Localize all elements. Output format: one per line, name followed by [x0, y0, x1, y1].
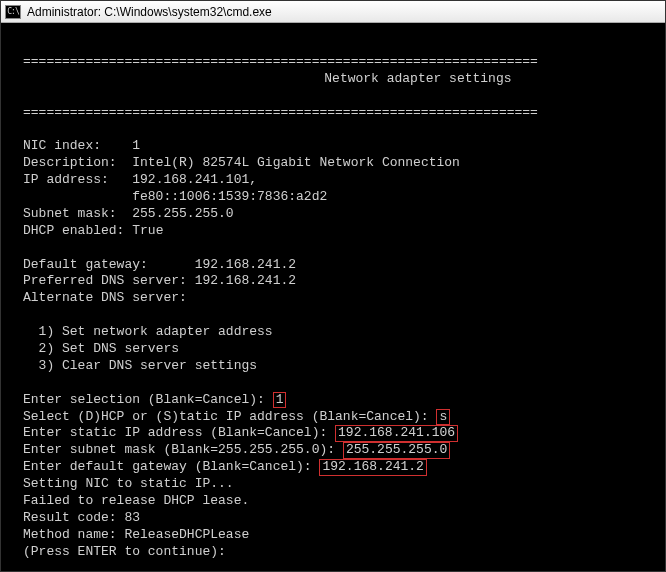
section-title: Network adapter settings [23, 71, 649, 88]
nic-ip2: fe80::1006:1539:7836:a2d2 [23, 189, 327, 204]
result-failed: Failed to release DHCP lease. [23, 493, 249, 508]
prompt-gateway: Enter default gateway (Blank=Cancel): 19… [23, 459, 427, 474]
result-method: Method name: ReleaseDHCPLease [23, 527, 249, 542]
terminal-output[interactable]: ========================================… [1, 23, 665, 571]
menu-item-2: 2) Set DNS servers [23, 341, 179, 356]
prompt-static-ip: Enter static IP address (Blank=Cancel): … [23, 425, 458, 440]
divider-bottom: ========================================… [23, 105, 538, 120]
divider-top: ========================================… [23, 54, 538, 69]
window-title: Administrator: C:\Windows\system32\cmd.e… [27, 5, 272, 19]
menu-item-3: 3) Clear DNS server settings [23, 358, 257, 373]
nic-dhcp: DHCP enabled: True [23, 223, 163, 238]
nic-ip: IP address: 192.168.241.101, [23, 172, 257, 187]
nic-subnet: Subnet mask: 255.255.255.0 [23, 206, 234, 221]
dhcp-static-value: s [436, 409, 450, 425]
prompt-subnet: Enter subnet mask (Blank=255.255.255.0):… [23, 442, 450, 457]
nic-pref-dns: Preferred DNS server: 192.168.241.2 [23, 273, 296, 288]
nic-description: Description: Intel(R) 82574L Gigabit Net… [23, 155, 460, 170]
nic-index: NIC index: 1 [23, 138, 140, 153]
cmd-icon: C:\ [5, 5, 21, 19]
gateway-value: 192.168.241.2 [319, 459, 426, 475]
result-continue: (Press ENTER to continue): [23, 544, 226, 559]
result-code: Result code: 83 [23, 510, 140, 525]
nic-gateway: Default gateway: 192.168.241.2 [23, 257, 296, 272]
cmd-window: C:\ Administrator: C:\Windows\system32\c… [0, 0, 666, 572]
selection-value: 1 [273, 392, 287, 408]
menu-item-1: 1) Set network adapter address [23, 324, 273, 339]
prompt-selection: Enter selection (Blank=Cancel): 1 [23, 392, 286, 407]
nic-alt-dns: Alternate DNS server: [23, 290, 187, 305]
titlebar[interactable]: C:\ Administrator: C:\Windows\system32\c… [1, 1, 665, 23]
result-setting: Setting NIC to static IP... [23, 476, 234, 491]
static-ip-value: 192.168.241.106 [335, 425, 458, 441]
prompt-dhcp-static: Select (D)HCP or (S)tatic IP address (Bl… [23, 409, 450, 424]
subnet-value: 255.255.255.0 [343, 442, 450, 458]
